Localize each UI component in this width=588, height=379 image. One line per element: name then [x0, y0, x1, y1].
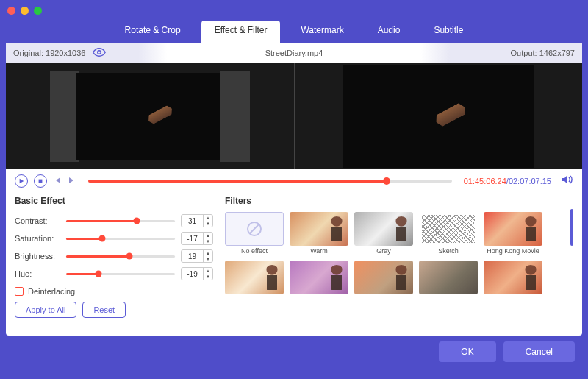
- saturation-slider[interactable]: [66, 238, 175, 240]
- filter-label: Hong Kong Movie: [484, 247, 542, 255]
- timeline-thumb[interactable]: [383, 177, 390, 185]
- filter-label: Warm: [290, 247, 348, 255]
- basic-effect-panel: Basic Effect Contrast: 31▲▼ Saturation: …: [15, 196, 213, 336]
- filter-hong-kong-movie[interactable]: Hong Kong Movie: [484, 212, 542, 255]
- deinterlacing-label: Deinterlacing: [28, 287, 75, 296]
- brightness-down-button[interactable]: ▼: [204, 256, 212, 262]
- contrast-stepper[interactable]: 31▲▼: [181, 214, 213, 227]
- original-dimensions-label: Original: 1920x1036: [13, 49, 85, 57]
- timeline-slider[interactable]: [88, 180, 452, 183]
- info-bar: Original: 1920x1036 StreetDiary.mp4 Outp…: [6, 43, 582, 63]
- basic-effect-title: Basic Effect: [15, 196, 213, 206]
- prev-frame-button[interactable]: [53, 174, 62, 188]
- svg-point-0: [98, 51, 101, 54]
- hue-label: Hue:: [15, 269, 60, 278]
- original-preview-pane: [6, 63, 295, 169]
- tab-watermark[interactable]: Watermark: [287, 21, 356, 43]
- filters-title: Filters: [225, 196, 573, 206]
- total-time: 02:07:07.15: [509, 177, 551, 185]
- original-video-frame: [76, 73, 223, 160]
- brightness-label: Brightness:: [15, 252, 60, 261]
- window-titlebar: [0, 0, 588, 21]
- filter-label: Sketch: [419, 247, 478, 255]
- current-time: 01:45:06.24: [464, 177, 506, 185]
- hue-stepper[interactable]: -19▲▼: [181, 267, 213, 280]
- saturation-down-button[interactable]: ▼: [204, 238, 212, 244]
- tab-effect-filter[interactable]: Effect & Filter: [201, 21, 281, 43]
- filter-item[interactable]: [484, 261, 542, 303]
- filter-label: No effect: [225, 247, 284, 255]
- apply-to-all-button[interactable]: Apply to All: [15, 302, 76, 318]
- editor-row: Basic Effect Contrast: 31▲▼ Saturation: …: [6, 193, 582, 336]
- contrast-up-button[interactable]: ▲: [204, 215, 212, 221]
- tab-rotate-crop[interactable]: Rotate & Crop: [112, 21, 194, 43]
- output-video-frame: [343, 65, 534, 168]
- tab-subtitle[interactable]: Subtitle: [420, 21, 476, 43]
- svg-rect-1: [39, 180, 43, 183]
- contrast-down-button[interactable]: ▼: [204, 221, 212, 227]
- next-frame-button[interactable]: [68, 174, 76, 188]
- volume-icon[interactable]: [562, 174, 573, 188]
- close-traffic-light[interactable]: [7, 7, 15, 15]
- time-display: 01:45:06.24/02:07:07.15: [464, 177, 551, 185]
- brightness-stepper[interactable]: 19▲▼: [181, 249, 213, 263]
- svg-line-3: [250, 224, 259, 233]
- hue-slider[interactable]: [66, 273, 175, 275]
- saturation-label: Saturation:: [15, 234, 60, 243]
- output-preview-pane: [295, 63, 583, 169]
- minimize-traffic-light[interactable]: [21, 7, 29, 15]
- filter-warm[interactable]: Warm: [290, 212, 348, 255]
- cancel-button[interactable]: Cancel: [503, 341, 575, 362]
- filter-item[interactable]: [225, 261, 284, 303]
- ok-button[interactable]: OK: [439, 341, 495, 362]
- output-dimensions-label: Output: 1462x797: [511, 49, 575, 57]
- contrast-slider[interactable]: [66, 220, 175, 222]
- saturation-stepper[interactable]: -17▲▼: [181, 232, 213, 245]
- brightness-slider[interactable]: [66, 255, 175, 258]
- filter-item[interactable]: [419, 261, 478, 303]
- tab-bar: Rotate & Crop Effect & Filter Watermark …: [0, 21, 588, 43]
- contrast-label: Contrast:: [15, 216, 60, 225]
- deinterlacing-checkbox[interactable]: [15, 287, 24, 296]
- stop-button[interactable]: [34, 174, 47, 188]
- main-panel: Original: 1920x1036 StreetDiary.mp4 Outp…: [6, 43, 582, 336]
- filters-scrollbar[interactable]: [570, 209, 573, 246]
- play-button[interactable]: [15, 174, 28, 188]
- hue-up-button[interactable]: ▲: [204, 268, 212, 274]
- filter-label: Gray: [354, 247, 413, 255]
- hue-down-button[interactable]: ▼: [204, 274, 212, 280]
- preview-row: [6, 63, 582, 169]
- footer: OK Cancel: [0, 336, 588, 368]
- filter-gray[interactable]: Gray: [354, 212, 413, 255]
- filter-item[interactable]: [290, 261, 348, 303]
- reset-button[interactable]: Reset: [82, 302, 126, 318]
- zoom-traffic-light[interactable]: [34, 7, 42, 15]
- tab-audio[interactable]: Audio: [365, 21, 414, 43]
- filter-item[interactable]: [354, 261, 413, 303]
- preview-eye-icon[interactable]: [93, 48, 106, 58]
- filter-no-effect[interactable]: No effect: [225, 212, 284, 255]
- brightness-up-button[interactable]: ▲: [204, 250, 212, 256]
- playback-controls: 01:45:06.24/02:07:07.15: [6, 169, 582, 193]
- filter-sketch[interactable]: Sketch: [419, 212, 478, 255]
- filters-panel: Filters No effect Warm Gray Sketch Hong …: [225, 196, 573, 336]
- saturation-up-button[interactable]: ▲: [204, 233, 212, 238]
